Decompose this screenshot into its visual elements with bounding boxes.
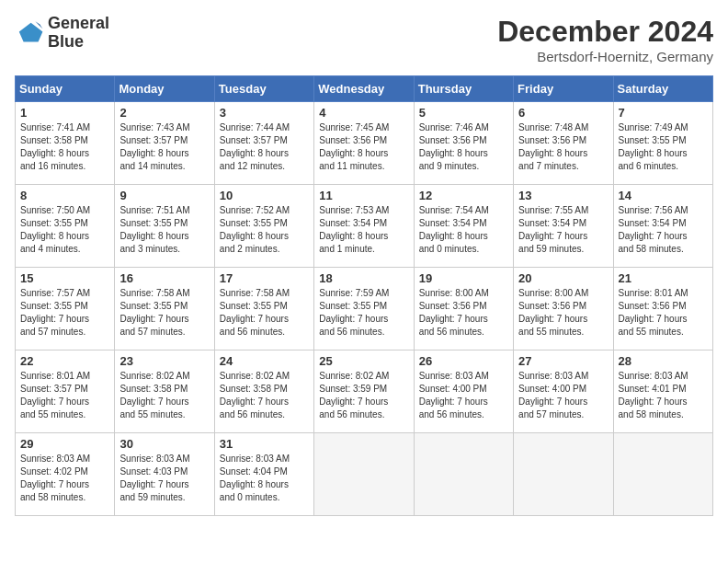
day-number: 10 (220, 189, 309, 202)
day-info: Sunrise: 8:02 AM Sunset: 3:58 PM Dayligh… (119, 370, 209, 421)
day-number: 11 (319, 189, 408, 202)
calendar-cell: 17Sunrise: 7:58 AM Sunset: 3:55 PM Dayli… (214, 268, 313, 350)
day-info: Sunrise: 7:45 AM Sunset: 3:56 PM Dayligh… (319, 121, 408, 173)
calendar-week-5: 29Sunrise: 8:03 AM Sunset: 4:02 PM Dayli… (16, 433, 713, 516)
calendar-cell: 8Sunrise: 7:50 AM Sunset: 3:55 PM Daylig… (16, 185, 115, 268)
calendar-cell: 25Sunrise: 8:02 AM Sunset: 3:59 PM Dayli… (314, 350, 414, 433)
day-info: Sunrise: 7:58 AM Sunset: 3:55 PM Dayligh… (119, 287, 209, 339)
day-info: Sunrise: 7:58 AM Sunset: 3:55 PM Dayligh… (220, 287, 309, 339)
day-number: 27 (518, 354, 608, 368)
calendar-cell: 13Sunrise: 7:55 AM Sunset: 3:54 PM Dayli… (514, 185, 613, 268)
weekday-header-tuesday: Tuesday (214, 76, 313, 102)
day-info: Sunrise: 7:51 AM Sunset: 3:55 PM Dayligh… (119, 204, 209, 256)
calendar-week-1: 1Sunrise: 7:41 AM Sunset: 3:58 PM Daylig… (16, 102, 713, 185)
calendar-cell (414, 433, 513, 516)
day-number: 6 (518, 106, 608, 120)
calendar-cell: 23Sunrise: 8:02 AM Sunset: 3:58 PM Dayli… (115, 350, 214, 433)
day-info: Sunrise: 7:41 AM Sunset: 3:58 PM Dayligh… (20, 121, 109, 173)
day-number: 20 (518, 271, 608, 285)
calendar-cell: 11Sunrise: 7:53 AM Sunset: 3:54 PM Dayli… (314, 185, 414, 268)
day-info: Sunrise: 7:57 AM Sunset: 3:55 PM Dayligh… (20, 287, 109, 339)
calendar-cell: 22Sunrise: 8:01 AM Sunset: 3:57 PM Dayli… (16, 350, 115, 433)
day-number: 17 (220, 271, 309, 285)
day-number: 25 (319, 354, 408, 368)
day-number: 29 (20, 437, 109, 451)
calendar-cell: 28Sunrise: 8:03 AM Sunset: 4:01 PM Dayli… (613, 350, 712, 433)
day-info: Sunrise: 7:50 AM Sunset: 3:55 PM Dayligh… (20, 204, 109, 256)
day-number: 7 (619, 106, 708, 120)
day-number: 12 (419, 189, 508, 202)
day-number: 23 (119, 354, 209, 368)
calendar-cell: 30Sunrise: 8:03 AM Sunset: 4:03 PM Dayli… (115, 433, 214, 516)
calendar-cell: 9Sunrise: 7:51 AM Sunset: 3:55 PM Daylig… (115, 185, 214, 268)
weekday-header-sunday: Sunday (16, 76, 115, 102)
calendar-cell: 15Sunrise: 7:57 AM Sunset: 3:55 PM Dayli… (16, 268, 115, 350)
calendar-cell: 20Sunrise: 8:00 AM Sunset: 3:56 PM Dayli… (514, 268, 613, 350)
calendar-cell: 21Sunrise: 8:01 AM Sunset: 3:56 PM Dayli… (613, 268, 712, 350)
day-number: 21 (619, 271, 708, 285)
day-number: 9 (119, 189, 209, 202)
day-info: Sunrise: 7:56 AM Sunset: 3:54 PM Dayligh… (619, 204, 708, 256)
page-header: General Blue December 2024 Bertsdorf-Hoe… (15, 15, 713, 64)
calendar-cell: 14Sunrise: 7:56 AM Sunset: 3:54 PM Dayli… (613, 185, 712, 268)
logo-line2: Blue (48, 33, 109, 52)
calendar-cell: 10Sunrise: 7:52 AM Sunset: 3:55 PM Dayli… (214, 185, 313, 268)
calendar-cell: 1Sunrise: 7:41 AM Sunset: 3:58 PM Daylig… (16, 102, 115, 185)
title-block: December 2024 Bertsdorf-Hoernitz, German… (497, 15, 713, 64)
day-number: 22 (20, 354, 109, 368)
calendar-week-2: 8Sunrise: 7:50 AM Sunset: 3:55 PM Daylig… (16, 185, 713, 268)
day-number: 19 (419, 271, 508, 285)
calendar-cell: 7Sunrise: 7:49 AM Sunset: 3:55 PM Daylig… (613, 102, 712, 185)
calendar-cell: 5Sunrise: 7:46 AM Sunset: 3:56 PM Daylig… (414, 102, 513, 185)
day-number: 16 (119, 271, 209, 285)
calendar-cell (613, 433, 712, 516)
day-info: Sunrise: 8:00 AM Sunset: 3:56 PM Dayligh… (518, 287, 608, 339)
day-info: Sunrise: 8:00 AM Sunset: 3:56 PM Dayligh… (419, 287, 508, 339)
calendar-cell: 16Sunrise: 7:58 AM Sunset: 3:55 PM Dayli… (115, 268, 214, 350)
calendar-cell: 29Sunrise: 8:03 AM Sunset: 4:02 PM Dayli… (16, 433, 115, 516)
day-number: 13 (518, 189, 608, 202)
calendar-cell: 3Sunrise: 7:44 AM Sunset: 3:57 PM Daylig… (214, 102, 313, 185)
day-info: Sunrise: 8:03 AM Sunset: 4:00 PM Dayligh… (419, 370, 508, 421)
logo-icon (15, 18, 44, 48)
day-info: Sunrise: 7:53 AM Sunset: 3:54 PM Dayligh… (319, 204, 408, 256)
day-info: Sunrise: 7:48 AM Sunset: 3:56 PM Dayligh… (518, 121, 608, 173)
day-info: Sunrise: 7:55 AM Sunset: 3:54 PM Dayligh… (518, 204, 608, 256)
calendar-cell: 2Sunrise: 7:43 AM Sunset: 3:57 PM Daylig… (115, 102, 214, 185)
calendar-week-3: 15Sunrise: 7:57 AM Sunset: 3:55 PM Dayli… (16, 268, 713, 350)
calendar-cell (514, 433, 613, 516)
logo: General Blue (15, 15, 109, 52)
calendar-cell: 19Sunrise: 8:00 AM Sunset: 3:56 PM Dayli… (414, 268, 513, 350)
calendar-cell: 4Sunrise: 7:45 AM Sunset: 3:56 PM Daylig… (314, 102, 414, 185)
calendar-body: 1Sunrise: 7:41 AM Sunset: 3:58 PM Daylig… (16, 102, 713, 516)
day-info: Sunrise: 7:52 AM Sunset: 3:55 PM Dayligh… (220, 204, 309, 256)
day-number: 1 (20, 106, 109, 120)
weekday-header-friday: Friday (514, 76, 613, 102)
day-number: 2 (119, 106, 209, 120)
calendar-cell: 27Sunrise: 8:03 AM Sunset: 4:00 PM Dayli… (514, 350, 613, 433)
day-number: 31 (220, 437, 309, 451)
calendar-cell: 18Sunrise: 7:59 AM Sunset: 3:55 PM Dayli… (314, 268, 414, 350)
calendar-cell: 12Sunrise: 7:54 AM Sunset: 3:54 PM Dayli… (414, 185, 513, 268)
calendar-cell: 24Sunrise: 8:02 AM Sunset: 3:58 PM Dayli… (214, 350, 313, 433)
day-info: Sunrise: 7:43 AM Sunset: 3:57 PM Dayligh… (119, 121, 209, 173)
day-info: Sunrise: 7:46 AM Sunset: 3:56 PM Dayligh… (419, 121, 508, 173)
calendar-cell: 6Sunrise: 7:48 AM Sunset: 3:56 PM Daylig… (514, 102, 613, 185)
day-info: Sunrise: 7:44 AM Sunset: 3:57 PM Dayligh… (220, 121, 309, 173)
weekday-header-thursday: Thursday (414, 76, 513, 102)
day-number: 15 (20, 271, 109, 285)
weekday-header-saturday: Saturday (613, 76, 712, 102)
weekday-header-row: SundayMondayTuesdayWednesdayThursdayFrid… (16, 76, 713, 102)
day-info: Sunrise: 8:03 AM Sunset: 4:03 PM Dayligh… (119, 453, 209, 504)
location: Bertsdorf-Hoernitz, Germany (497, 49, 713, 64)
day-info: Sunrise: 8:03 AM Sunset: 4:01 PM Dayligh… (619, 370, 708, 421)
logo-line1: General (48, 15, 109, 33)
day-info: Sunrise: 8:03 AM Sunset: 4:00 PM Dayligh… (518, 370, 608, 421)
day-number: 5 (419, 106, 508, 120)
day-info: Sunrise: 8:03 AM Sunset: 4:04 PM Dayligh… (220, 453, 309, 504)
day-info: Sunrise: 8:02 AM Sunset: 3:59 PM Dayligh… (319, 370, 408, 421)
day-number: 18 (319, 271, 408, 285)
day-number: 14 (619, 189, 708, 202)
day-info: Sunrise: 7:54 AM Sunset: 3:54 PM Dayligh… (419, 204, 508, 256)
day-number: 24 (220, 354, 309, 368)
